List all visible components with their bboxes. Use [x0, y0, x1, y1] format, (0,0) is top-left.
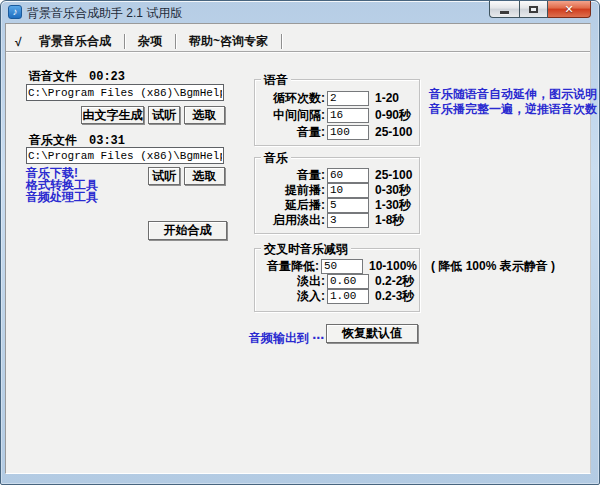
- menu-item-bgm-synthesis[interactable]: 背景音乐合成: [30, 33, 120, 50]
- play-ahead-input[interactable]: [327, 183, 369, 198]
- cross-fadein-range: 0.2-3秒: [375, 288, 414, 305]
- music-duration: 03:31: [89, 134, 125, 148]
- music-group-title: 音乐: [261, 150, 291, 167]
- volume-reduce-range: 10-100%: [369, 259, 417, 273]
- loop-count-label: 循环次数:: [255, 90, 325, 107]
- play-delay-input[interactable]: [327, 198, 369, 213]
- cross-fadein-label: 淡入:: [255, 288, 325, 305]
- auto-extend-line1: 音乐随语音自动延伸，图示说明: [429, 87, 597, 102]
- music-volume-input[interactable]: [327, 168, 369, 183]
- music-file-caption: 音乐文件: [29, 133, 77, 147]
- interval-input[interactable]: [327, 108, 369, 123]
- cross-fadeout-input[interactable]: [327, 274, 369, 289]
- close-button[interactable]: ✕: [548, 1, 591, 18]
- voice-volume-label: 音量:: [255, 124, 325, 141]
- voice-file-caption: 语音文件: [29, 69, 77, 83]
- fadeout-enable-label: 启用淡出:: [255, 212, 325, 229]
- voice-preview-button[interactable]: 试听: [148, 106, 180, 124]
- menu-separator: [124, 34, 125, 49]
- voice-path-input[interactable]: [26, 84, 224, 101]
- title-bar[interactable]: ♪ 背景音乐合成助手 2.1 试用版 ✕: [1, 1, 599, 23]
- minimize-button[interactable]: [489, 1, 519, 18]
- menu-item-misc[interactable]: 杂项: [129, 33, 171, 50]
- menu-separator: [175, 34, 176, 49]
- restore-defaults-button[interactable]: 恢复默认值: [326, 324, 418, 343]
- voice-select-button[interactable]: 选取: [184, 106, 225, 124]
- fadeout-enable-input[interactable]: [327, 213, 369, 228]
- app-window: ♪ 背景音乐合成助手 2.1 试用版 ✕ √ 背景音乐合成 杂项 帮助~咨询专家…: [0, 0, 600, 485]
- volume-reduce-input[interactable]: [321, 259, 363, 274]
- crossfade-group-title: 交叉时音乐减弱: [261, 241, 351, 258]
- menu-bar: √ 背景音乐合成 杂项 帮助~咨询专家: [15, 33, 286, 50]
- window-controls: ✕: [489, 1, 591, 18]
- menu-item-help-expert[interactable]: 帮助~咨询专家: [180, 33, 277, 50]
- maximize-button[interactable]: [519, 1, 548, 18]
- loop-count-input[interactable]: [327, 91, 369, 106]
- active-tab-check-icon: √: [15, 35, 30, 49]
- app-icon: ♪: [8, 5, 22, 19]
- interval-range: 0-90秒: [375, 107, 411, 124]
- output-destination-link[interactable]: 音频输出到 ⋯: [249, 330, 324, 347]
- music-select-button[interactable]: 选取: [184, 167, 225, 185]
- auto-extend-line2: 音乐播完整一遍，逆推语音次数: [429, 102, 597, 117]
- crossfade-group: 交叉时音乐减弱 音量降低: 10-100% 淡出: 0.2-2秒 淡入: 0.2…: [254, 248, 420, 312]
- interval-label: 中间间隔:: [255, 107, 325, 124]
- voice-file-label: 语音文件00:23: [29, 68, 125, 85]
- voice-group: 语音 循环次数: 1-20 中间间隔: 0-90秒 音量: 25-100: [254, 79, 420, 146]
- maximize-icon: [529, 6, 538, 13]
- fadeout-enable-range: 1-8秒: [375, 212, 404, 229]
- start-synthesis-button[interactable]: 开始合成: [148, 221, 227, 240]
- cross-fadein-input[interactable]: [327, 289, 369, 304]
- menu-divider: [6, 51, 590, 53]
- music-preview-button[interactable]: 试听: [148, 167, 180, 185]
- voice-volume-input[interactable]: [327, 125, 369, 140]
- music-volume-range: 25-100: [375, 168, 412, 182]
- generate-from-text-button[interactable]: 由文字生成: [81, 106, 144, 124]
- voice-group-title: 语音: [261, 72, 291, 89]
- music-group: 音乐 音量: 25-100 提前播: 0-30秒 延后播: 1-30秒 启用淡出…: [254, 157, 420, 234]
- mute-note: ( 降低 100% 表示静音 ): [431, 258, 555, 275]
- music-path-input[interactable]: [26, 147, 224, 164]
- window-title: 背景音乐合成助手 2.1 试用版: [27, 5, 182, 22]
- voice-volume-range: 25-100: [375, 125, 412, 139]
- loop-count-range: 1-20: [375, 91, 399, 105]
- menu-separator: [281, 34, 282, 49]
- close-icon: ✕: [564, 2, 573, 17]
- voice-duration: 00:23: [89, 70, 125, 84]
- auto-extend-annotation: 音乐随语音自动延伸，图示说明 音乐播完整一遍，逆推语音次数: [429, 87, 597, 117]
- minimize-icon: [500, 11, 509, 14]
- link-audio-processor[interactable]: 音频处理工具: [26, 189, 98, 206]
